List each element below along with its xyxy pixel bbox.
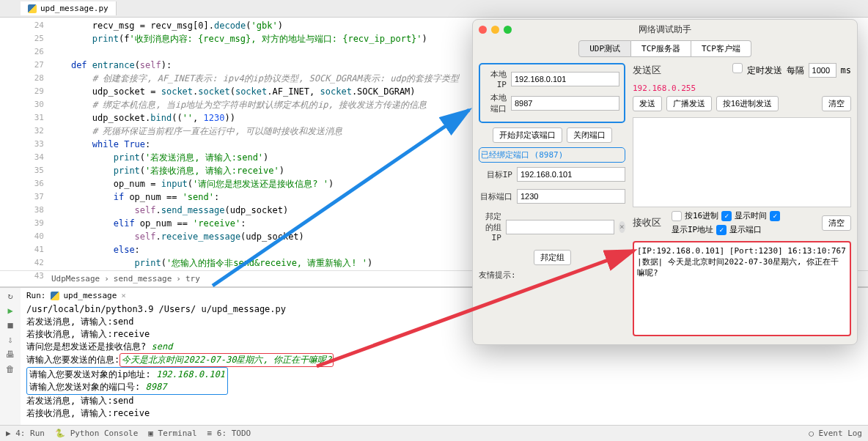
hex-recv-checkbox[interactable] bbox=[672, 211, 682, 221]
show-ip-checkbox[interactable]: ✓ bbox=[770, 211, 780, 221]
bind-port-button[interactable]: 开始邦定该端口 bbox=[493, 127, 562, 143]
target-port-input[interactable] bbox=[517, 189, 625, 204]
hint-label: 友情提示: bbox=[479, 270, 516, 281]
print-icon[interactable]: 🖶 bbox=[5, 349, 15, 360]
breadcrumb-item[interactable]: UdpMessage bbox=[51, 274, 100, 284]
target-ip-input[interactable] bbox=[517, 167, 625, 182]
breadcrumb-item[interactable]: send_message bbox=[114, 274, 172, 284]
send-section-title: 发送区 bbox=[633, 64, 661, 77]
status-terminal[interactable]: ▣ Terminal bbox=[148, 429, 196, 438]
close-port-button[interactable]: 关闭端口 bbox=[567, 127, 612, 143]
maximize-icon[interactable] bbox=[504, 26, 512, 34]
bound-status: 已经绑定端口 (8987) bbox=[479, 147, 625, 163]
local-port-input[interactable] bbox=[511, 96, 619, 111]
target-port-label: 目标端口 bbox=[479, 191, 512, 202]
ms-label: ms bbox=[841, 65, 851, 75]
group-ip-input[interactable] bbox=[506, 220, 614, 234]
line-numbers: 2425262728293031323334353637383940414243 bbox=[21, 18, 50, 270]
rerun-icon[interactable]: ↻ bbox=[5, 291, 15, 301]
status-console[interactable]: 🐍 Python Console bbox=[55, 429, 138, 438]
window-controls bbox=[479, 26, 512, 34]
send-button[interactable]: 发送 bbox=[633, 96, 662, 111]
down-icon[interactable]: ⇩ bbox=[5, 335, 15, 345]
recv-textarea[interactable]: [IP:192.168.0.101] [Port:1230] 16:13:10:… bbox=[633, 241, 851, 336]
show-time-checkbox[interactable]: ✓ bbox=[721, 211, 732, 221]
tab-tcp-server[interactable]: TCP服务器 bbox=[631, 40, 691, 57]
recv-section-title: 接收区 bbox=[633, 216, 661, 229]
local-ip-label: 本地IP bbox=[485, 69, 507, 89]
show-port-checkbox[interactable]: ✓ bbox=[716, 225, 727, 235]
run-toolbar: ↻ ▶ ■ ⇩ 🖶 🗑 bbox=[0, 288, 21, 426]
status-todo[interactable]: ≡ 6: TODO bbox=[207, 429, 251, 438]
run-config-name: upd_message bbox=[64, 291, 117, 300]
file-tab-label: upd_message.py bbox=[40, 4, 108, 13]
address-highlight: 请输入您要发送对象的ip地址: 192.168.0.101 请输入您发送对象的端… bbox=[26, 367, 228, 395]
titlebar[interactable]: 网络调试助手 bbox=[473, 20, 857, 39]
editor-gutter bbox=[0, 18, 21, 270]
console-line: 请输入您要发送的信息:今天是北京时间2022-07-30星期六, 你正在干嘛呢? bbox=[26, 353, 862, 367]
broadcast-button[interactable]: 广播发送 bbox=[666, 96, 712, 111]
every-label: 每隔 bbox=[787, 64, 804, 77]
left-column: 本地IP 本地端口 开始邦定该端口 关闭端口 已经绑定端口 (8987) 目标I… bbox=[479, 63, 625, 336]
close-icon[interactable]: × bbox=[121, 291, 126, 300]
interval-input[interactable] bbox=[809, 63, 836, 78]
run-icon[interactable]: ▶ bbox=[5, 305, 15, 316]
network-debug-window: 网络调试助手 UDP测试 TCP服务器 TCP客户端 本地IP 本地端口 开始邦… bbox=[472, 19, 858, 345]
python-icon bbox=[51, 292, 59, 300]
close-icon[interactable] bbox=[479, 26, 487, 34]
breadcrumb-item[interactable]: try bbox=[185, 274, 200, 284]
trash-icon[interactable]: 🗑 bbox=[5, 364, 15, 374]
clear-recv-button[interactable]: 清空 bbox=[822, 215, 851, 231]
status-eventlog[interactable]: ◯ Event Log bbox=[809, 429, 862, 438]
minimize-icon[interactable] bbox=[491, 26, 499, 34]
timed-send-checkbox[interactable] bbox=[732, 63, 743, 73]
hex-send-button[interactable]: 按16进制发送 bbox=[716, 96, 779, 111]
console-line: 若接收消息, 请输入:receive bbox=[26, 407, 862, 420]
status-bar: ▶ 4: Run 🐍 Python Console ▣ Terminal ≡ 6… bbox=[0, 425, 868, 441]
clear-group-icon[interactable]: × bbox=[619, 221, 625, 233]
console-line: 若发送消息, 请输入:send bbox=[26, 395, 862, 407]
send-textarea[interactable] bbox=[633, 117, 851, 207]
local-binding-box: 本地IP 本地端口 bbox=[479, 63, 625, 123]
window-title: 网络调试助手 bbox=[639, 23, 691, 36]
editor-tab-bar: upd_message.py bbox=[0, 0, 868, 18]
target-ip-label: 目标IP bbox=[479, 169, 512, 180]
run-label: Run: bbox=[26, 291, 46, 300]
clear-send-button[interactable]: 清空 bbox=[822, 96, 851, 111]
stop-icon[interactable]: ■ bbox=[5, 320, 15, 330]
bind-group-button[interactable]: 邦定组 bbox=[534, 250, 571, 265]
status-run[interactable]: ▶ 4: Run bbox=[6, 429, 45, 438]
timed-send-label: 定时发送 bbox=[747, 64, 782, 77]
python-icon bbox=[28, 4, 37, 13]
file-tab[interactable]: upd_message.py bbox=[21, 1, 117, 15]
tab-udp[interactable]: UDP测试 bbox=[578, 40, 631, 57]
sent-message-highlight: 今天是北京时间2022-07-30星期六, 你正在干嘛呢? bbox=[119, 353, 334, 367]
protocol-tabs: UDP测试 TCP服务器 TCP客户端 bbox=[473, 40, 857, 57]
right-column: 发送区 定时发送 每隔 ms 192.168.0.255 发送 广播发送 按16… bbox=[633, 63, 851, 336]
local-port-label: 本地端口 bbox=[485, 92, 507, 114]
group-ip-label: 邦定的组IP bbox=[479, 211, 501, 242]
tab-tcp-client[interactable]: TCP客户端 bbox=[691, 40, 751, 57]
target-address-display: 192.168.0.255 bbox=[633, 84, 851, 93]
local-ip-input[interactable] bbox=[511, 72, 619, 86]
